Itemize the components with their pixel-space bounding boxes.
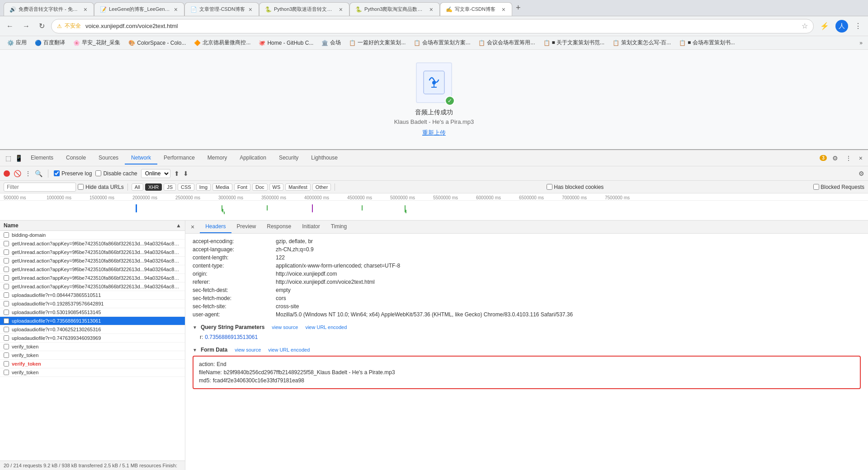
- clear-button[interactable]: 🚫: [14, 170, 21, 177]
- tab-1[interactable]: 🔊 免费语音转文字软件 - 免费在线... ×: [4, 2, 94, 16]
- filter-js[interactable]: JS: [164, 183, 176, 191]
- bookmark-zaoan[interactable]: 🌸 早安_花財_采集: [70, 38, 124, 47]
- request-item-6[interactable]: getUnread.action?appKey=9f6be7423510fa86…: [0, 282, 185, 291]
- tab-security[interactable]: Security: [273, 152, 305, 164]
- form-data-section-header[interactable]: ▼ Form Data view source view URL encoded: [193, 347, 861, 353]
- tab-lighthouse[interactable]: Lighthouse: [305, 152, 344, 164]
- bookmark-button[interactable]: ☆: [802, 22, 808, 30]
- req-checkbox-9[interactable]: [4, 310, 9, 315]
- details-tab-timing[interactable]: Timing: [326, 221, 353, 233]
- preserve-log-label[interactable]: Preserve log: [54, 170, 92, 177]
- has-blocked-label[interactable]: Has blocked cookies: [547, 184, 604, 190]
- req-checkbox-3[interactable]: [4, 258, 9, 263]
- request-item-16[interactable]: verify_token: [0, 368, 185, 377]
- filter-ws[interactable]: WS: [269, 183, 284, 191]
- disable-cache-checkbox[interactable]: [95, 170, 101, 176]
- devtools-close-button[interactable]: ×: [857, 153, 864, 164]
- tab-6-close[interactable]: ×: [501, 5, 506, 14]
- request-item-7[interactable]: uploadaudiofile?r=0.0844473865510511: [0, 291, 185, 300]
- bookmark-huichang2[interactable]: 📋 会场布置策划方案...: [410, 38, 474, 47]
- filter-button[interactable]: ⋮: [25, 170, 31, 177]
- search-button[interactable]: 🔍: [35, 170, 42, 177]
- req-checkbox-8[interactable]: [4, 301, 9, 306]
- request-list[interactable]: bidding-domain getUnread.action?appKey=9…: [0, 231, 185, 461]
- filter-font[interactable]: Font: [234, 183, 250, 191]
- bookmark-wenshen[interactable]: 📋 一篇好的文案策划...: [345, 38, 409, 47]
- details-close-button[interactable]: ×: [189, 221, 196, 232]
- tab-performance[interactable]: Performance: [157, 152, 201, 164]
- hide-data-urls-checkbox[interactable]: [78, 184, 84, 190]
- query-view-source-link[interactable]: view source: [272, 324, 298, 330]
- tab-elements[interactable]: Elements: [24, 152, 60, 164]
- tab-3[interactable]: 📄 文章管理-CSDN博客 ×: [184, 2, 259, 16]
- throttle-select[interactable]: Online: [141, 169, 170, 178]
- extensions-button[interactable]: ⚡: [817, 20, 832, 32]
- tab-5-close[interactable]: ×: [429, 5, 434, 14]
- tab-application[interactable]: Application: [233, 152, 273, 164]
- export-icon[interactable]: ⬇: [183, 170, 189, 177]
- filter-manifest[interactable]: Manifest: [285, 183, 311, 191]
- tab-1-close[interactable]: ×: [83, 5, 88, 14]
- req-checkbox-4[interactable]: [4, 267, 9, 272]
- profile-button[interactable]: 人: [835, 20, 848, 33]
- request-item-15[interactable]: verify_token: [0, 360, 185, 368]
- preserve-log-checkbox[interactable]: [54, 170, 60, 176]
- address-input-wrap[interactable]: ⚠ 不安全 voice.xunjiepdf.com/voice2text.htm…: [51, 19, 814, 33]
- form-view-url-encoded-link[interactable]: view URL encoded: [268, 347, 310, 352]
- query-view-url-encoded-link[interactable]: view URL encoded: [305, 324, 347, 330]
- back-button[interactable]: ←: [4, 20, 16, 32]
- request-item-14[interactable]: verify_token: [0, 351, 185, 360]
- request-item-2[interactable]: getUnread.action?appKey=9f6be7423510fa86…: [0, 248, 185, 257]
- request-item-13[interactable]: verify_token: [0, 343, 185, 351]
- request-item-9[interactable]: uploadaudiofile?r=0.5301908545513145: [0, 308, 185, 317]
- tab-6[interactable]: ✍️ 写文章-CSDN博客 ×: [440, 2, 512, 16]
- req-checkbox-0[interactable]: [4, 232, 9, 238]
- filter-other[interactable]: Other: [312, 183, 331, 191]
- bookmark-huiyi[interactable]: 📋 会议会场布置筹用...: [475, 38, 538, 47]
- filter-img[interactable]: Img: [196, 183, 211, 191]
- import-icon[interactable]: ⬆: [174, 170, 179, 177]
- filter-media[interactable]: Media: [212, 183, 232, 191]
- disable-cache-label[interactable]: Disable cache: [95, 170, 137, 177]
- tab-network[interactable]: Network: [125, 152, 157, 164]
- reupload-link[interactable]: 重新上传: [422, 129, 446, 136]
- devtools-settings-button[interactable]: ⚙: [830, 153, 840, 164]
- has-blocked-checkbox[interactable]: [547, 184, 552, 190]
- forward-button[interactable]: →: [20, 20, 33, 32]
- details-tab-headers[interactable]: Headers: [200, 221, 231, 233]
- details-tab-response[interactable]: Response: [261, 221, 297, 233]
- devtools-vertical-dots[interactable]: ⋮: [844, 153, 854, 164]
- details-tab-initiator[interactable]: Initiator: [297, 221, 325, 233]
- request-item-8[interactable]: uploadaudiofile?r=0.19285379576642891: [0, 300, 185, 308]
- bookmarks-overflow[interactable]: »: [858, 39, 864, 47]
- tab-3-close[interactable]: ×: [248, 5, 253, 14]
- devtools-device-button[interactable]: 📱: [13, 153, 24, 164]
- request-item-3[interactable]: getUnread.action?appKey=9f6be7423510fa86…: [0, 257, 185, 265]
- request-item-1[interactable]: getUnread.action?appKey=9f6be7423510fa86…: [0, 240, 185, 248]
- network-settings-button[interactable]: ⚙: [859, 170, 864, 177]
- bookmark-guanyu[interactable]: 📋 ■ 关于文案策划书范...: [540, 38, 609, 47]
- address-text[interactable]: voice.xunjiepdf.com/voice2text.html: [85, 23, 799, 29]
- req-checkbox-6[interactable]: [4, 284, 9, 289]
- request-item-0[interactable]: bidding-domain: [0, 231, 185, 240]
- bookmark-cehua[interactable]: 📋 策划文案怎么写-百...: [609, 38, 675, 47]
- bookmark-huichang3[interactable]: 📋 ■ 会场布置策划书...: [675, 38, 739, 47]
- filter-xhr[interactable]: XHR: [145, 183, 162, 191]
- bookmark-baidu[interactable]: 🔵 百度翻译: [31, 38, 69, 47]
- tab-2-close[interactable]: ×: [173, 5, 179, 14]
- req-checkbox-16[interactable]: [4, 370, 9, 375]
- record-button[interactable]: [4, 170, 10, 177]
- req-checkbox-5[interactable]: [4, 275, 9, 281]
- req-checkbox-15[interactable]: [4, 361, 9, 367]
- request-item-5[interactable]: getUnread.action?appKey=9f6be7423510fa86…: [0, 274, 185, 282]
- filter-doc[interactable]: Doc: [252, 183, 268, 191]
- bookmark-apps[interactable]: ⚙️ 应用: [4, 38, 30, 47]
- bookmark-github[interactable]: 🐙 Home - GitHub C...: [255, 39, 317, 47]
- tab-4[interactable]: 🐍 Python3爬取迷语音转文字(付... ×: [259, 2, 349, 16]
- blocked-requests-checkbox[interactable]: [813, 184, 819, 190]
- tab-2[interactable]: 📝 LeeGene的博客_LeeGene...CSD... ×: [94, 2, 184, 16]
- new-tab-button[interactable]: +: [512, 1, 524, 14]
- tab-4-close[interactable]: ×: [338, 5, 344, 14]
- devtools-inspect-button[interactable]: ⬚: [4, 153, 13, 164]
- hide-data-urls-label[interactable]: Hide data URLs: [78, 184, 124, 190]
